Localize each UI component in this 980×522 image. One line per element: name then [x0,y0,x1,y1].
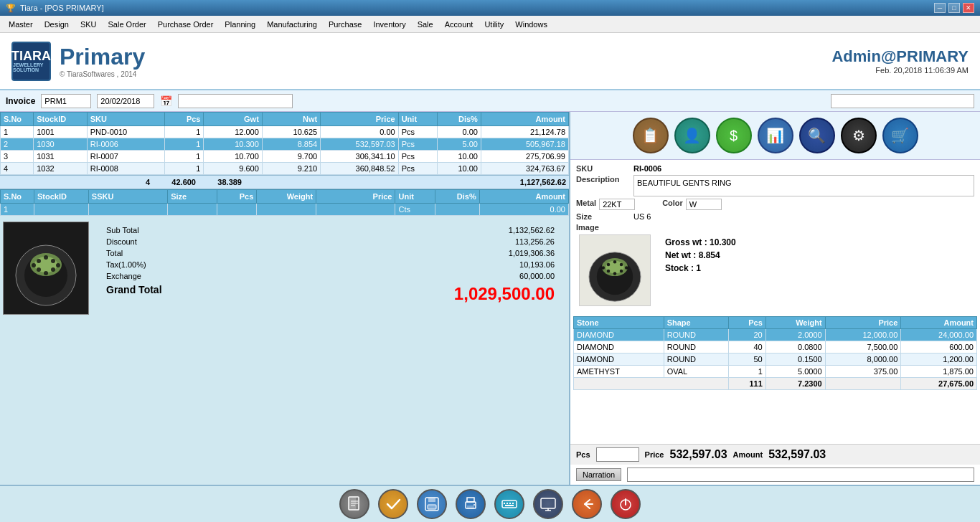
table-row[interactable]: 2 1030 RI-0006 1 10.300 8.854 532,597.03… [1,138,569,151]
rscell-pcs: 50 [728,353,765,366]
total-row: Total 1,019,306.36 [106,247,555,259]
tax-label: Tax(1.00%) [106,260,146,269]
menu-purchaseorder[interactable]: Purchase Order [152,19,220,30]
rscol-amount: Amount [901,317,977,329]
svg-rect-41 [505,505,514,506]
toolbar-keyboard-button[interactable] [494,489,524,519]
menu-windows[interactable]: Windows [509,19,553,30]
pcs-input[interactable] [596,447,639,462]
action-chart-icon[interactable]: 📊 [758,118,793,153]
metal-color-row: Metal 22KT Color W [576,199,974,210]
cell-nwt: 9.700 [262,151,320,163]
invoice-number-input[interactable] [41,94,91,108]
action-person-icon[interactable]: 👤 [674,118,710,153]
header-right: Admin@PRIMARY Feb. 20,2018 11:06:39 AM [831,47,969,75]
toolbar-back-button[interactable] [572,489,602,519]
cell-nwt: 10.625 [262,126,320,138]
table-row[interactable]: 4 1032 RI-0008 1 9.600 9.210 360,848.52 … [1,163,569,175]
col-sku: SKU [87,113,164,126]
scell-weight [257,204,316,216]
col-gwt: Gwt [204,113,262,126]
summary-section: Sub Total 1,132,562.62 Discount 113,256.… [0,219,569,485]
table-row[interactable]: 1 1001 PND-0010 1 12.000 10.625 0.00 Pcs… [1,126,569,138]
action-cart-icon[interactable]: 🛒 [882,118,918,153]
action-dollar-icon[interactable]: $ [716,118,752,153]
menu-planning[interactable]: Planning [219,19,261,30]
menu-sale[interactable]: Sale [412,19,439,30]
toolbar-new-button[interactable] [339,489,369,519]
ring-thumbnail-svg [10,225,82,311]
header-left: TIARA JEWELLERY SOLUTION Primary © Tiara… [11,42,145,81]
size-row: Size US 6 [576,212,974,221]
narration-button[interactable]: Narration [576,468,621,481]
svg-point-7 [51,267,55,272]
action-search-icon[interactable]: 🔍 [799,118,835,153]
menu-saleorder[interactable]: Sale Order [103,19,152,30]
scol-dis: Dis% [435,190,479,204]
menu-inventory[interactable]: Inventory [367,19,411,30]
total-pcs: 111 [728,378,765,390]
svg-rect-34 [467,506,474,509]
toolbar-check-button[interactable] [378,489,408,519]
svg-point-17 [620,263,623,267]
svg-rect-37 [504,503,505,504]
rscell-pcs: 40 [728,341,765,353]
cell-price: 0.00 [321,126,398,138]
subtotal-row: Sub Total 1,132,562.62 [106,224,555,236]
action-icons-bar: 📋 👤 $ 📊 🔍 ⚙ 🛒 [570,112,980,160]
stone-row[interactable]: DIAMOND ROUND 50 0.1500 8,000.00 1,200.0… [574,353,977,366]
subtotal-label: Sub Total [106,226,139,234]
invoice-date-input[interactable] [97,94,154,108]
action-record-icon[interactable]: 📋 [633,118,669,153]
menu-sku[interactable]: SKU [75,19,103,30]
metal-cell: Metal 22KT [576,199,635,210]
stone-row[interactable]: DIAMOND ROUND 40 0.0800 7,500.00 600.00 [574,341,977,353]
calendar-icon[interactable]: 📅 [160,95,172,107]
toolbar-screen-button[interactable] [533,489,563,519]
stone-row[interactable]: 1 Cts 0.00 [1,204,569,216]
col-dis: Dis% [437,113,481,126]
discount-row: Discount 113,256.26 [106,236,555,247]
scol-weight: Weight [257,190,316,204]
toolbar-print-button[interactable] [456,489,486,519]
rscell-shape: ROUND [664,341,728,353]
cell-pcs: 1 [165,138,204,151]
stone-row[interactable]: DIAMOND ROUND 20 2.0000 12,000.00 24,000… [574,329,977,341]
toolbar-power-button[interactable] [611,489,641,519]
scol-stockid: StockID [34,190,88,204]
svg-point-23 [625,266,628,270]
cell-unit: Pcs [398,151,437,163]
logo-text: TIARA [11,49,51,62]
total-stone [574,378,729,390]
cell-pcs: 1 [165,151,204,163]
items-totals-row: 4 42.600 38.389 1,127,562.62 [0,175,569,189]
table-row[interactable]: 3 1031 RI-0007 1 10.700 9.700 306,341.10… [1,151,569,163]
netwt-label: Net wt [665,250,691,260]
narration-input[interactable] [627,468,974,482]
rscol-pcs: Pcs [728,317,765,329]
menu-manufacturing[interactable]: Manufacturing [261,19,323,30]
close-button[interactable]: ✕ [963,3,974,13]
right-search-input[interactable] [831,94,974,108]
menu-purchase[interactable]: Purchase [323,19,367,30]
rscell-weight: 2.0000 [765,329,825,341]
menu-account[interactable]: Account [439,19,479,30]
rscell-price: 375.00 [825,366,901,378]
action-settings-icon[interactable]: ⚙ [841,118,877,153]
stone-row[interactable]: AMETHYST OVAL 1 5.0000 375.00 1,875.00 [574,366,977,378]
invoice-label: Invoice [6,96,35,106]
logo: TIARA JEWELLERY SOLUTION [11,42,51,81]
cell-price: 360,848.52 [321,163,398,175]
toolbar-save-button[interactable] [417,489,447,519]
menu-master[interactable]: Master [3,19,39,30]
menu-design[interactable]: Design [39,19,75,30]
svg-rect-42 [541,498,555,508]
total-amount: 1,127,562.62 [501,178,566,186]
search-input[interactable] [178,94,293,108]
menu-utility[interactable]: Utility [479,19,509,30]
stones-table: S.No StockID SSKU Size Pcs Weight Price … [0,189,569,216]
minimize-button[interactable]: ─ [934,3,946,13]
discount-value: 113,256.26 [515,237,555,246]
svg-rect-33 [467,498,474,502]
maximize-button[interactable]: □ [948,3,960,13]
